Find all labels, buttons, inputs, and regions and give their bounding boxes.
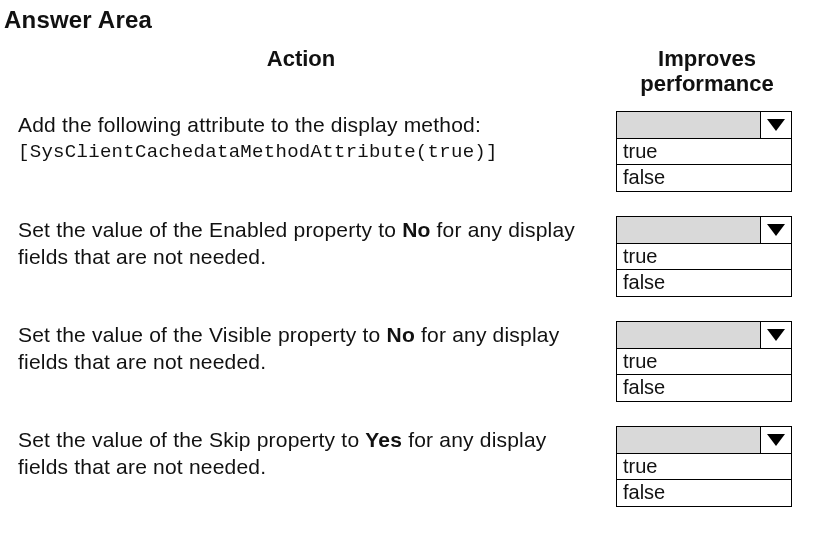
action-cell: Set the value of the Visible property to…	[4, 321, 616, 376]
chevron-down-icon[interactable]	[761, 427, 791, 453]
action-text: Add the following attribute to the displ…	[18, 111, 592, 139]
action-text: Set the value of the Enabled property to…	[18, 218, 575, 269]
dropdown-option[interactable]: true	[617, 244, 791, 270]
improves-header-col: Improves performance	[616, 42, 798, 111]
dropdown-group: true false	[616, 111, 792, 192]
dropdown-selected[interactable]	[616, 216, 792, 244]
svg-marker-3	[767, 434, 785, 446]
dropdown-selected[interactable]	[616, 111, 792, 139]
action-header: Action	[4, 46, 598, 72]
header-row: Action Improves performance	[4, 42, 801, 111]
dropdown-value	[617, 322, 761, 348]
dropdown-option[interactable]: false	[617, 480, 791, 506]
dropdown-value	[617, 112, 761, 138]
action-cell: Set the value of the Skip property to Ye…	[4, 426, 616, 481]
chevron-down-icon[interactable]	[761, 322, 791, 348]
dropdown-option[interactable]: false	[617, 375, 791, 401]
dropdown-selected[interactable]	[616, 426, 792, 454]
dropdown-value	[617, 427, 761, 453]
dropdown-list: true false	[616, 454, 792, 507]
chevron-down-icon[interactable]	[761, 112, 791, 138]
action-text: Set the value of the Visible property to…	[18, 323, 559, 374]
action-text: Set the value of the Skip property to Ye…	[18, 428, 547, 479]
action-header-col: Action	[4, 42, 616, 102]
dropdown-value	[617, 217, 761, 243]
improve-cell: true false	[616, 111, 798, 192]
improves-header-line1: Improves	[658, 46, 756, 71]
action-cell: Set the value of the Enabled property to…	[4, 216, 616, 271]
answer-area: Answer Area Action Improves performance …	[0, 0, 813, 525]
improves-header: Improves performance	[616, 46, 798, 97]
qa-row: Set the value of the Enabled property to…	[4, 216, 801, 297]
chevron-down-icon[interactable]	[761, 217, 791, 243]
action-cell: Add the following attribute to the displ…	[4, 111, 616, 166]
improve-cell: true false	[616, 426, 798, 507]
svg-marker-2	[767, 329, 785, 341]
improves-header-line2: performance	[640, 71, 773, 96]
action-code: [SysClientCachedataMethodAttribute(true)…	[18, 140, 592, 165]
qa-row: Set the value of the Skip property to Ye…	[4, 426, 801, 507]
dropdown-list: true false	[616, 349, 792, 402]
dropdown-option[interactable]: false	[617, 165, 791, 191]
svg-marker-0	[767, 119, 785, 131]
dropdown-option[interactable]: true	[617, 349, 791, 375]
dropdown-list: true false	[616, 244, 792, 297]
dropdown-option[interactable]: true	[617, 139, 791, 165]
dropdown-group: true false	[616, 321, 792, 402]
improve-cell: true false	[616, 321, 798, 402]
improve-cell: true false	[616, 216, 798, 297]
dropdown-option[interactable]: false	[617, 270, 791, 296]
dropdown-option[interactable]: true	[617, 454, 791, 480]
qa-row: Add the following attribute to the displ…	[4, 111, 801, 192]
dropdown-group: true false	[616, 426, 792, 507]
qa-row: Set the value of the Visible property to…	[4, 321, 801, 402]
page-title: Answer Area	[4, 6, 801, 34]
dropdown-selected[interactable]	[616, 321, 792, 349]
svg-marker-1	[767, 224, 785, 236]
dropdown-list: true false	[616, 139, 792, 192]
dropdown-group: true false	[616, 216, 792, 297]
